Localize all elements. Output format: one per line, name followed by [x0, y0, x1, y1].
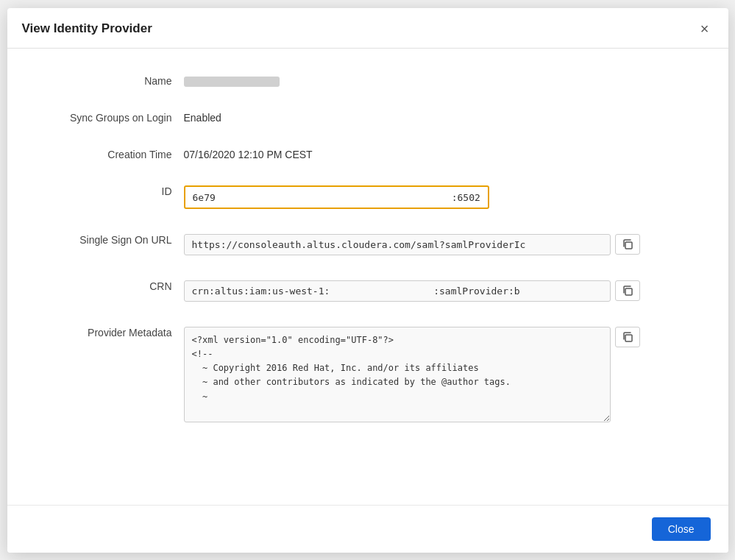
- sync-groups-value: Enabled: [184, 107, 699, 124]
- crn-row: CRN: [37, 276, 699, 302]
- dialog-footer: Close: [7, 505, 728, 553]
- crn-input[interactable]: [184, 280, 611, 302]
- sso-url-input-group: [184, 234, 640, 255]
- sync-groups-label: Sync Groups on Login: [37, 107, 184, 124]
- copy-icon: [622, 285, 633, 297]
- sso-url-label: Single Sign On URL: [37, 230, 184, 246]
- metadata-field: <?xml version="1.0" encoding="UTF-8"?> <…: [184, 322, 699, 422]
- copy-icon: [622, 331, 633, 343]
- id-row: ID 6e79 :6502: [37, 181, 699, 209]
- copy-icon: [622, 238, 633, 250]
- dialog-title: View Identity Provider: [22, 21, 152, 36]
- crn-copy-button[interactable]: [615, 280, 640, 301]
- creation-time-row: Creation Time 07/16/2020 12:10 PM CEST: [37, 144, 699, 160]
- name-label: Name: [37, 71, 184, 87]
- close-action-button[interactable]: Close: [652, 517, 711, 541]
- view-identity-provider-dialog: View Identity Provider × Name Sync Group…: [7, 8, 728, 553]
- name-value: [184, 71, 699, 87]
- crn-label: CRN: [37, 276, 184, 292]
- metadata-label: Provider Metadata: [37, 322, 184, 339]
- name-row: Name: [37, 71, 699, 87]
- close-icon: ×: [700, 21, 709, 37]
- dialog-close-button[interactable]: ×: [696, 20, 714, 38]
- metadata-textarea[interactable]: <?xml version="1.0" encoding="UTF-8"?> <…: [184, 327, 611, 422]
- sso-url-copy-button[interactable]: [615, 234, 640, 255]
- metadata-copy-button[interactable]: [615, 327, 640, 347]
- name-redacted-value: [184, 77, 280, 87]
- sso-url-row: Single Sign On URL: [37, 230, 699, 255]
- crn-field: [184, 276, 699, 302]
- sso-url-input[interactable]: [184, 234, 611, 255]
- id-value: 6e79 :6502: [193, 192, 480, 203]
- metadata-input-group: <?xml version="1.0" encoding="UTF-8"?> <…: [184, 327, 640, 422]
- sync-groups-row: Sync Groups on Login Enabled: [37, 107, 699, 124]
- id-field: 6e79 :6502: [184, 181, 699, 209]
- sso-url-field: [184, 230, 699, 255]
- svg-rect-1: [625, 288, 632, 295]
- svg-rect-2: [625, 335, 632, 341]
- svg-rect-0: [625, 242, 632, 249]
- dialog-header: View Identity Provider ×: [7, 8, 728, 49]
- id-label: ID: [37, 181, 184, 197]
- dialog-body: Name Sync Groups on Login Enabled Creati…: [7, 49, 728, 502]
- creation-time-label: Creation Time: [37, 144, 184, 160]
- id-box: 6e79 :6502: [184, 185, 489, 209]
- creation-time-value: 07/16/2020 12:10 PM CEST: [184, 144, 699, 160]
- crn-input-group: [184, 280, 640, 302]
- metadata-row: Provider Metadata <?xml version="1.0" en…: [37, 322, 699, 422]
